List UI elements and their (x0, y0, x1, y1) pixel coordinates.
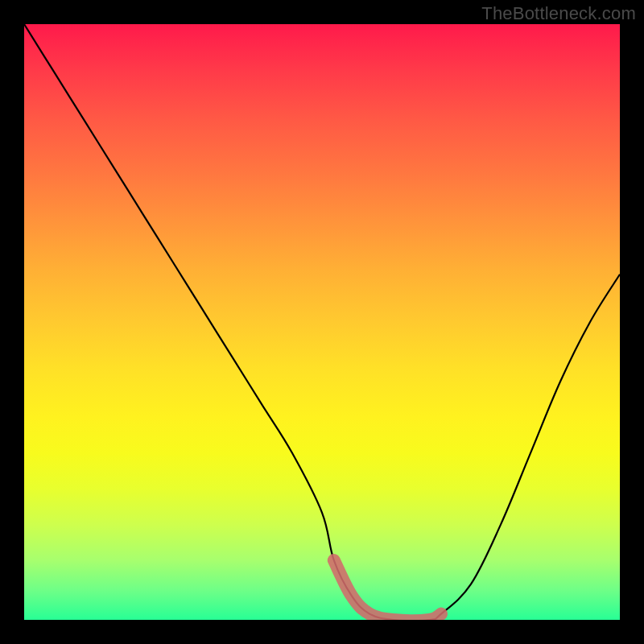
curve-layer (24, 24, 620, 620)
minimum-highlight (334, 560, 441, 620)
chart-frame: TheBottleneck.com (0, 0, 644, 644)
bottleneck-curve (24, 24, 620, 620)
plot-area (24, 24, 620, 620)
watermark-text: TheBottleneck.com (481, 3, 636, 24)
